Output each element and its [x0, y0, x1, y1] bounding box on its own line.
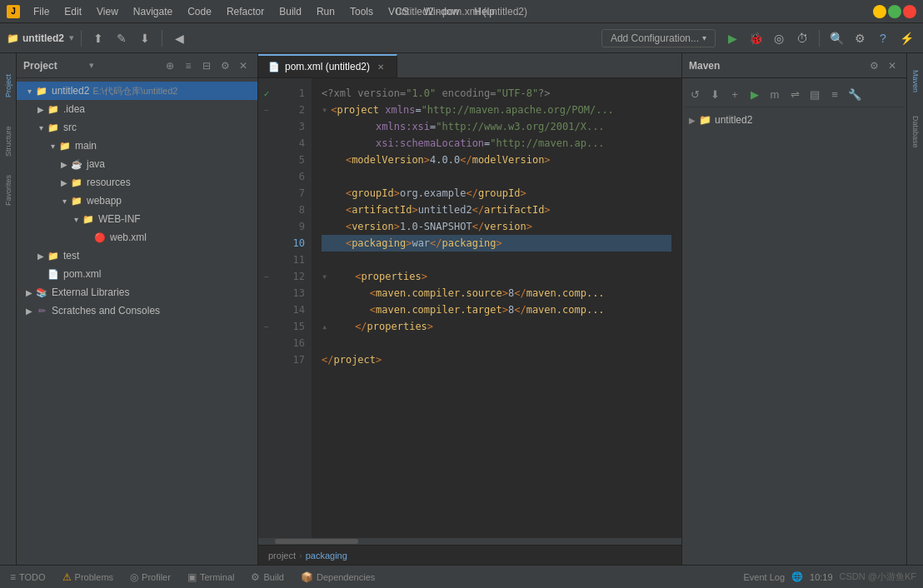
- tree-java[interactable]: ▶ ☕ java: [17, 155, 257, 173]
- tree-test[interactable]: ▶ 📁 test: [17, 247, 257, 265]
- menu-file[interactable]: File: [27, 4, 56, 19]
- gutter-fold-2[interactable]: −: [258, 102, 275, 118]
- maximize-button[interactable]: [888, 5, 901, 18]
- maven-project-icon: 📁: [699, 114, 711, 126]
- toolbar-settings[interactable]: ⚙: [850, 28, 870, 48]
- sidebar-tab-favorites[interactable]: Favorites: [2, 167, 15, 213]
- line-num-12: 12: [275, 268, 305, 285]
- sidebar-tab-structure[interactable]: Structure: [2, 118, 15, 164]
- tree-webinf[interactable]: ▾ 📁 WEB-INF: [17, 210, 257, 228]
- profile-button[interactable]: ⏱: [792, 28, 812, 48]
- maven-tree-root[interactable]: ▶ 📁 untitled2: [686, 111, 903, 129]
- code-line-6: [322, 168, 671, 185]
- menu-tools[interactable]: Tools: [343, 4, 380, 19]
- tree-scratches[interactable]: ▶ ✏ Scratches and Consoles: [17, 301, 257, 320]
- menu-build[interactable]: Build: [272, 4, 308, 19]
- tree-src[interactable]: ▾ 📁 src: [17, 118, 257, 137]
- code-line-7: <groupId>org.example</groupId>: [322, 185, 671, 202]
- gutter-fold-12[interactable]: −: [258, 268, 275, 285]
- toolbar-push[interactable]: ⬇: [135, 28, 155, 48]
- add-config-label: Add Configuration...: [611, 32, 699, 44]
- gutter-fold-15[interactable]: −: [258, 318, 275, 335]
- fold-marker-15[interactable]: ▴: [322, 318, 327, 335]
- sidebar-tab-maven[interactable]: Maven: [909, 57, 922, 107]
- project-collapse-button[interactable]: ⊟: [199, 58, 214, 73]
- toolbar-back[interactable]: ◀: [169, 28, 189, 48]
- close-button[interactable]: [903, 5, 916, 18]
- toolbar-help[interactable]: ?: [873, 28, 893, 48]
- tree-label-extlibs: External Libraries: [52, 287, 129, 298]
- toolbar-sep-3: [819, 30, 820, 47]
- maven-reload-button[interactable]: ↺: [686, 85, 704, 103]
- toolbar-commit[interactable]: ✎: [112, 28, 132, 48]
- tree-arrow-webinf: ▾: [70, 215, 82, 224]
- tree-resources[interactable]: ▶ 📁 resources: [17, 173, 257, 192]
- editor-tab-pomxml[interactable]: 📄 pom.xml (untitled2) ✕: [258, 54, 397, 77]
- minimize-button[interactable]: [873, 5, 886, 18]
- run-button[interactable]: ▶: [722, 28, 742, 48]
- tab-close-pomxml[interactable]: ✕: [375, 61, 387, 72]
- build-icon: ⚙: [251, 571, 260, 583]
- project-settings-button[interactable]: ⚙: [217, 58, 232, 73]
- menu-view[interactable]: View: [90, 4, 125, 19]
- status-terminal[interactable]: ▣ Terminal: [184, 566, 238, 588]
- maven-download-button[interactable]: ⬇: [706, 85, 724, 103]
- breadcrumb-project[interactable]: project: [268, 551, 296, 561]
- sidebar-tab-project[interactable]: Project: [2, 57, 15, 115]
- debug-button[interactable]: 🐞: [746, 28, 766, 48]
- toolbar-search[interactable]: 🔍: [826, 28, 846, 48]
- status-build[interactable]: ⚙ Build: [247, 566, 287, 588]
- toolbar-sep-1: [81, 30, 82, 47]
- sidebar-tab-database[interactable]: Database: [909, 107, 922, 157]
- folder-icon-src: 📁: [47, 121, 60, 134]
- line-num-2: 2: [275, 102, 305, 118]
- tree-root[interactable]: ▾ 📁 untitled2 E:\代码仓库\untitled2: [17, 82, 257, 100]
- tree-idea[interactable]: ▶ 📁 .idea: [17, 100, 257, 118]
- maven-settings-button[interactable]: ⚙: [866, 58, 881, 73]
- status-event-log[interactable]: Event Log: [743, 572, 785, 582]
- tree-arrow-resources: ▶: [58, 178, 70, 187]
- menu-code[interactable]: Code: [181, 4, 218, 19]
- menu-run[interactable]: Run: [310, 4, 342, 19]
- maven-plugin-button[interactable]: ≡: [826, 85, 844, 103]
- code-line-17: </project>: [322, 351, 671, 368]
- tree-label-webapp: webapp: [87, 195, 122, 207]
- status-time: 10:19: [810, 572, 833, 582]
- menu-edit[interactable]: Edit: [57, 4, 88, 19]
- code-line-2: ▾ <project xmlns="http://maven.apache.or…: [322, 102, 671, 118]
- h-scrollbar-thumb[interactable]: [275, 539, 358, 544]
- breadcrumb-packaging[interactable]: packaging: [306, 551, 347, 561]
- todo-icon: ≡: [10, 571, 16, 583]
- tree-pomxml[interactable]: 📄 pom.xml: [17, 265, 257, 283]
- status-problems[interactable]: ⚠ Problems: [59, 566, 117, 588]
- status-dependencies[interactable]: 📦 Dependencies: [297, 566, 378, 588]
- toolbar-plugins[interactable]: ⚡: [896, 28, 916, 48]
- maven-toggle-button[interactable]: ⇌: [786, 85, 804, 103]
- status-todo[interactable]: ≡ TODO: [7, 566, 49, 588]
- maven-hide-button[interactable]: ✕: [885, 58, 900, 73]
- status-profiler[interactable]: ◎ Profiler: [127, 566, 174, 588]
- maven-add-button[interactable]: +: [726, 85, 744, 103]
- tree-webxml[interactable]: 🔴 web.xml: [17, 228, 257, 247]
- maven-wrench-button[interactable]: 🔧: [846, 85, 864, 103]
- project-add-button[interactable]: ⊕: [162, 58, 177, 73]
- project-hide-button[interactable]: ✕: [236, 58, 251, 73]
- tree-main[interactable]: ▾ 📁 main: [17, 137, 257, 155]
- menu-refactor[interactable]: Refactor: [220, 4, 271, 19]
- line-num-5: 5: [275, 152, 305, 168]
- fold-marker-2[interactable]: ▾: [322, 102, 327, 118]
- add-configuration-button[interactable]: Add Configuration... ▾: [601, 29, 716, 47]
- coverage-button[interactable]: ◎: [769, 28, 789, 48]
- code-editor[interactable]: <?xml version="1.0" encoding="UTF-8"?> ▾…: [312, 78, 681, 538]
- breadcrumb-sep: ›: [299, 551, 302, 561]
- fold-marker-12[interactable]: ▾: [322, 268, 327, 285]
- tree-webapp[interactable]: ▾ 📁 webapp: [17, 192, 257, 210]
- maven-lifecycle-button[interactable]: ▤: [806, 85, 824, 103]
- editor-h-scrollbar[interactable]: [258, 538, 681, 545]
- toolbar-vcs-update[interactable]: ⬆: [88, 28, 108, 48]
- project-scope-button[interactable]: ≡: [181, 58, 196, 73]
- menu-navigate[interactable]: Navigate: [127, 4, 179, 19]
- tree-external-libs[interactable]: ▶ 📚 External Libraries: [17, 283, 257, 301]
- maven-run-button[interactable]: ▶: [746, 85, 764, 103]
- maven-debug-run-button[interactable]: m: [766, 85, 784, 103]
